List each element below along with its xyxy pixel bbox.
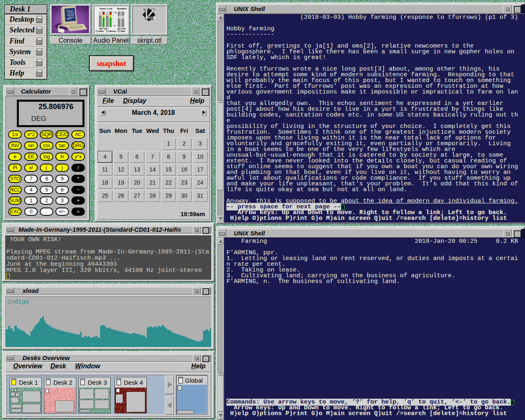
svg-text:10: 10 [114,11,117,14]
svg-text:-00.7 kHz: -00.7 kHz [99,27,108,30]
svg-text:im: im [147,15,153,21]
svg-text:0: 0 [114,25,116,27]
svg-text:Speaker: Speaker [117,7,127,10]
svg-text:-00.7 kHz: -00.7 kHz [117,27,126,30]
svg-text:Input: Line: Input: Line [100,7,112,10]
svg-text:Mute: Mute [121,30,126,32]
svg-text:Monitor: Monitor [110,30,116,32]
svg-text:Meter: Meter [99,30,104,32]
